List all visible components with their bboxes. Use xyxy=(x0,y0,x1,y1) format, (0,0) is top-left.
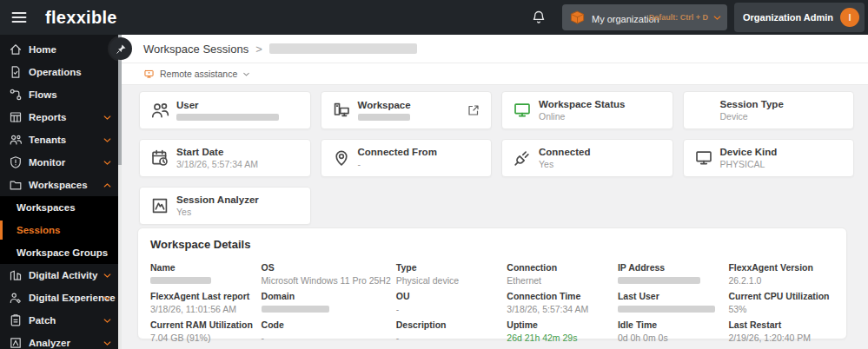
field-value: 7.04 GB (91%) xyxy=(150,333,256,343)
sidebar-item-digital-activity[interactable]: Digital Activity xyxy=(0,264,122,286)
brand-logo: flexxible xyxy=(45,8,117,28)
field-redacted-value xyxy=(618,306,715,313)
patch-icon xyxy=(9,313,23,327)
field-value: 53% xyxy=(728,304,834,314)
chevron-down-icon xyxy=(102,157,113,168)
organization-selector[interactable]: My organization Default: Ctrl + D xyxy=(562,4,727,30)
location-icon xyxy=(332,148,351,168)
card-value: Yes xyxy=(176,207,259,217)
field-label: OS xyxy=(262,262,391,273)
sidebar-item-operations[interactable]: Operations xyxy=(0,61,122,83)
field-label: Last User xyxy=(618,291,724,301)
chevron-down-icon xyxy=(242,69,251,79)
sidebar-item-workspaces[interactable]: Workspaces xyxy=(0,174,122,196)
chevron-down-icon xyxy=(712,12,723,23)
field-value: 26.2.1.0 xyxy=(728,275,834,286)
field-ou: OU- xyxy=(396,291,502,314)
sidebar-item-workspace-groups[interactable]: Workspace Groups xyxy=(0,241,122,264)
card-label: Workspace Status xyxy=(539,99,626,109)
field-label: Type xyxy=(396,262,502,273)
field-value: Ethernet xyxy=(507,275,613,286)
sidebar-item-sessions[interactable]: Sessions xyxy=(0,219,122,241)
field-label: Last Restart xyxy=(728,319,834,330)
field-label: Description xyxy=(396,319,502,330)
main-content: Workspace Sessions > Remote assistance U… xyxy=(122,35,868,349)
sidebar-item-label: Analyzer xyxy=(29,338,70,348)
avatar[interactable]: I xyxy=(840,8,859,27)
home-icon xyxy=(9,43,23,56)
chevron-down-icon xyxy=(102,315,113,326)
card-label: User xyxy=(176,100,279,110)
sidebar-item-label: Operations xyxy=(29,67,82,77)
chevron-down-icon xyxy=(102,293,113,304)
field-last-user: Last User xyxy=(618,291,724,314)
field-flexxagent-last-report: FlexxAgent Last report3/18/26, 11:01:56 … xyxy=(150,291,256,314)
page-title: Workspace Sessions xyxy=(143,43,248,56)
sidebar-scrollbar[interactable] xyxy=(118,35,122,349)
monitor-icon xyxy=(694,148,713,168)
sidebar-item-digital-experience[interactable]: Digital Experience xyxy=(0,286,122,309)
field-label: Name xyxy=(150,262,256,273)
field-redacted-value xyxy=(618,277,700,284)
analyzer-icon xyxy=(9,336,23,349)
field-last-restart: Last Restart2/19/26, 1:20:40 PM xyxy=(728,319,834,343)
field-label: Uptime xyxy=(507,319,613,330)
field-value: Microsoft Windows 11 Pro 25H2 xyxy=(262,275,391,286)
card-redacted-value xyxy=(176,114,279,121)
card-label: Start Date xyxy=(176,147,258,157)
field-uptime: Uptime26d 21h 42m 29s xyxy=(507,319,613,343)
sidebar-item-tenants[interactable]: Tenants xyxy=(0,128,122,151)
chevron-down-icon xyxy=(102,135,113,146)
workspace-pc-icon xyxy=(332,101,351,120)
card-workspace: Workspace xyxy=(321,91,493,129)
card-session-type: Session TypeDevice xyxy=(683,91,855,129)
sidebar-item-analyzer[interactable]: Analyzer xyxy=(0,332,122,349)
sidebar-item-label: Tenants xyxy=(29,135,66,145)
field-label: FlexxAgent Version xyxy=(728,262,834,273)
chevron-up-icon xyxy=(102,180,113,191)
field-os: OSMicrosoft Windows 11 Pro 25H2 xyxy=(262,262,391,286)
sidebar-submenu-workspaces: WorkspacesSessionsWorkspace Groups xyxy=(0,196,122,264)
card-user: User xyxy=(139,91,311,129)
card-value: 3/18/26, 5:57:34 AM xyxy=(176,159,258,169)
chevron-down-icon xyxy=(102,112,113,123)
sidebar-item-workspaces[interactable]: Workspaces xyxy=(0,196,122,219)
reports-icon xyxy=(9,110,23,124)
sidebar-item-patch[interactable]: Patch xyxy=(0,309,122,332)
sidebar-item-label: Monitor xyxy=(29,157,65,168)
monitor-shield-icon xyxy=(9,155,23,169)
field-current-cpu-utilization: Current CPU Utilization53% xyxy=(728,291,834,314)
sidebar-item-flows[interactable]: Flows xyxy=(0,83,122,106)
sidebar-item-home[interactable]: Home xyxy=(0,38,122,61)
card-label: Session Type xyxy=(720,99,784,109)
field-description: Description- xyxy=(396,319,502,343)
field-domain: Domain xyxy=(262,291,391,314)
field-label: FlexxAgent Last report xyxy=(150,291,256,301)
field-flexxagent-version: FlexxAgent Version26.2.1.0 xyxy=(728,262,834,286)
icon-placeholder xyxy=(694,101,713,120)
field-label: Code xyxy=(262,319,391,330)
field-current-ram-utilization: Current RAM Utilization7.04 GB (91%) xyxy=(150,319,256,343)
field-label: Connection xyxy=(507,262,613,273)
external-link-icon[interactable] xyxy=(467,103,480,117)
field-value: - xyxy=(396,333,502,343)
field-connection: ConnectionEthernet xyxy=(507,262,613,286)
field-label: Connection Time xyxy=(507,291,613,301)
toolbar: Remote assistance xyxy=(122,63,868,85)
sidebar-item-label: Digital Activity xyxy=(29,270,97,280)
sidebar-item-label: Workspaces xyxy=(29,180,88,190)
notifications-bell-icon xyxy=(531,10,547,25)
remote-assistance-button[interactable]: Remote assistance xyxy=(143,69,251,80)
user-role-label: Organization Admin xyxy=(743,12,833,23)
field-value: - xyxy=(262,333,391,343)
remote-assistance-label: Remote assistance xyxy=(160,69,237,79)
user-account-button[interactable]: Organization Admin I xyxy=(734,3,865,32)
field-label: IP Address xyxy=(618,262,724,273)
card-label: Session Analyzer xyxy=(176,194,259,205)
workspaces-icon xyxy=(9,178,23,192)
operations-icon xyxy=(9,65,23,79)
sidebar-item-monitor[interactable]: Monitor xyxy=(0,151,122,174)
card-label: Connected xyxy=(539,147,590,157)
sidebar-item-reports[interactable]: Reports xyxy=(0,106,122,128)
pin-sidebar-button[interactable] xyxy=(109,37,132,60)
